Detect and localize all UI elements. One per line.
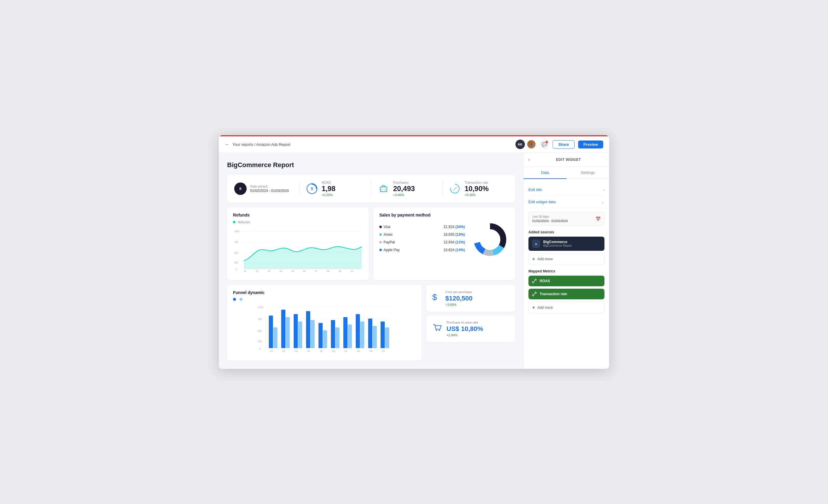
add-more-sources-row[interactable]: + Add more — [529, 253, 605, 265]
refunds-legend: Refunds — [233, 220, 363, 224]
svg-text:10: 10 — [350, 270, 354, 273]
avatar-photo: 👤 — [527, 139, 536, 149]
svg-text:01: 01 — [270, 349, 273, 352]
panel-back-button[interactable]: ‹ — [529, 157, 530, 162]
donut-legend-applepay: Apple Pay 10,824 (14%) — [379, 248, 465, 252]
svg-rect-50 — [310, 320, 315, 348]
notification-button[interactable]: 💬 — [540, 139, 549, 149]
transaction-value: 10,90% — [464, 185, 489, 193]
svg-text:25k: 25k — [234, 261, 238, 264]
donut-chart — [471, 220, 509, 260]
share-button[interactable]: Share — [553, 140, 575, 149]
added-sources-label: Added sources — [529, 230, 605, 234]
source-report: BigCommerce Report — [543, 244, 572, 247]
kpi-stack: $ Cost per purchase $120,500 +3.89% — [426, 285, 515, 361]
svg-text:25k: 25k — [257, 340, 262, 343]
panel-tabs: Data Settings — [524, 167, 609, 179]
metric-transaction-label: Transaction rate — [540, 292, 567, 296]
svg-text:03: 03 — [295, 349, 298, 352]
metric-purchases: Purchases 20,493 +3.46% — [377, 181, 443, 197]
svg-text:B: B — [239, 187, 241, 191]
svg-rect-56 — [348, 325, 352, 348]
svg-text:01: 01 — [244, 270, 247, 273]
edit-title-row[interactable]: Edit title › — [529, 184, 605, 196]
kpi-ptv-label: Purchase-to-view rate — [447, 321, 483, 324]
dollar-icon: $ — [432, 292, 441, 305]
metric-date-content: Date period: 01/02/2024 - 01/03/2024 — [250, 184, 289, 193]
purchases-value: 20,493 — [393, 185, 415, 193]
add-more-metrics-row[interactable]: + Add more — [529, 302, 605, 313]
kpi-cost-content: Cost per purchase $120,500 +3.89% — [445, 290, 472, 306]
refunds-legend-dot — [233, 221, 235, 223]
metric-transaction-chip[interactable]: Transaction rate — [529, 289, 605, 299]
svg-rect-47 — [294, 314, 298, 348]
metric-roas: $ ROAS 1,98 +0.25% — [306, 181, 371, 197]
svg-text:07: 07 — [315, 270, 318, 273]
svg-line-78 — [534, 280, 535, 282]
date-label: Date period: — [250, 184, 289, 188]
svg-text:09: 09 — [339, 270, 341, 273]
source-chip[interactable]: B BigCommerce BigCommerce Report — [529, 237, 605, 251]
transaction-icon — [449, 182, 461, 195]
transaction-change: +5.38% — [464, 193, 489, 197]
metric-roas-label: ROAS — [540, 279, 550, 283]
edit-title-arrow-icon: › — [603, 187, 605, 192]
svg-text:06: 06 — [332, 349, 335, 352]
svg-rect-59 — [368, 319, 372, 348]
metrics-row: B Date period: 01/02/2024 - 01/03/2024 $ — [227, 175, 515, 203]
purchases-content: Purchases 20,493 +3.46% — [393, 181, 415, 197]
svg-rect-45 — [281, 310, 285, 348]
svg-text:09: 09 — [369, 349, 372, 352]
funnel-legend — [233, 298, 416, 301]
back-button[interactable]: ← — [225, 142, 230, 147]
date-value: 01/02/2024 - 01/03/2024 — [250, 189, 289, 193]
svg-text:05: 05 — [292, 270, 294, 273]
preview-button[interactable]: Preview — [578, 140, 603, 149]
kpi-ptv-value: US$ 10,80% — [447, 325, 483, 333]
edit-widget-data-row[interactable]: Edit widget data ⌄ — [529, 196, 605, 208]
edit-widget-data-label: Edit widget data — [529, 200, 556, 204]
svg-rect-55 — [343, 317, 347, 348]
panel-header: ‹ EDIT WIDGET — [524, 153, 609, 167]
metric-date-period: B Date period: 01/02/2024 - 01/03/2024 — [234, 182, 300, 195]
breadcrumb: Your reports / Amazon Ads Report — [233, 142, 290, 147]
metric-transaction: Transaction rate 10,90% +5.38% — [449, 181, 508, 197]
svg-text:$: $ — [432, 293, 437, 302]
funnel-card: Funnel dynamic 100k 75k 50k 25k 0 — [227, 285, 422, 361]
metric-roas-chip[interactable]: ROAS — [529, 276, 605, 286]
notification-dot — [546, 141, 548, 143]
tab-data[interactable]: Data — [524, 167, 567, 179]
svg-rect-62 — [385, 327, 389, 348]
svg-text:04: 04 — [307, 349, 310, 352]
svg-text:10: 10 — [382, 349, 385, 352]
svg-point-5 — [381, 189, 382, 190]
tab-settings[interactable]: Settings — [567, 167, 610, 179]
top-bar: ← Your reports / Amazon Ads Report AK 👤 … — [219, 136, 609, 153]
date-picker-box[interactable]: Last 30 days 01/02/2024 - 01/03/2024 📅 — [529, 212, 605, 226]
kpi-ptv-content: Purchase-to-view rate US$ 10,80% +2.94% — [447, 321, 483, 337]
svg-text:75k: 75k — [234, 241, 238, 243]
app-window: ← Your reports / Amazon Ads Report AK 👤 … — [219, 135, 609, 369]
edit-title-label: Edit title — [529, 187, 542, 192]
svg-rect-58 — [360, 322, 364, 348]
refunds-card: Refunds Refunds 100k 75k 50k 25k 0 — [227, 207, 369, 280]
avatar-ak: AK — [515, 139, 525, 149]
svg-text:0: 0 — [236, 268, 237, 271]
date-picker-label: Last 30 days — [532, 215, 568, 218]
refunds-chart: 100k 75k 50k 25k 0 — [233, 226, 363, 274]
svg-text:75k: 75k — [257, 318, 262, 321]
avatar-group: AK 👤 — [515, 139, 536, 149]
funnel-title: Funnel dynamic — [233, 290, 416, 295]
purchases-icon — [377, 182, 390, 195]
kpi-cost-label: Cost per purchase — [445, 290, 472, 294]
add-more-metrics-label: Add more — [537, 305, 553, 310]
svg-rect-44 — [273, 327, 277, 348]
svg-point-75 — [439, 330, 440, 331]
svg-rect-4 — [380, 187, 387, 192]
roas-label: ROAS — [322, 181, 336, 184]
svg-line-79 — [534, 293, 535, 295]
donut-legend: Visa 21,924 (34%) Amex 18,930 (13%) — [379, 225, 465, 256]
svg-text:B: B — [535, 243, 537, 246]
calendar-icon: 📅 — [595, 216, 601, 221]
refunds-title: Refunds — [233, 213, 363, 217]
